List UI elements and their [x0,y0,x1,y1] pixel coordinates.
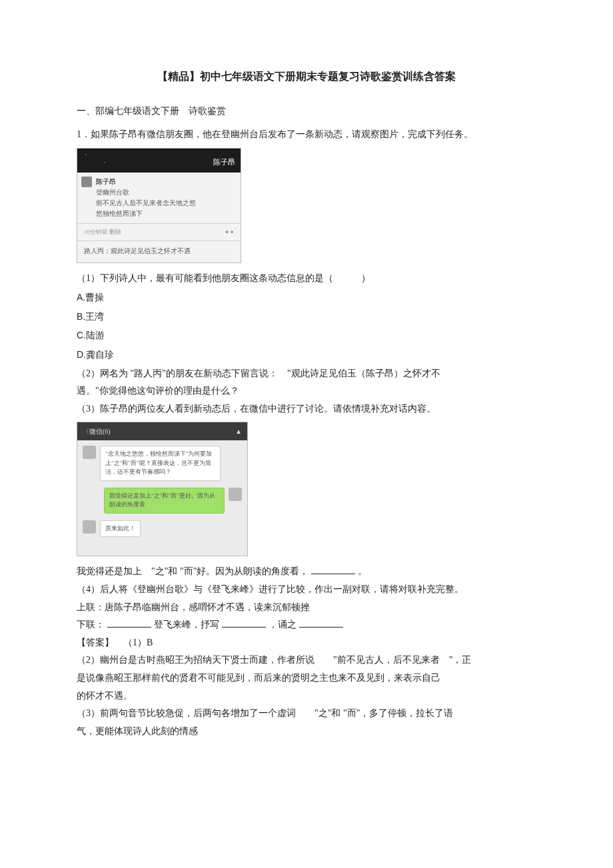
q1-4a: （4）后人将《登幽州台歌》与《登飞来峰》进行了比较，作出一副对联，请将对联补充完… [77,581,536,599]
post-line1: 登幽州台歌 [96,187,234,198]
answer-1: 【答案】 （1）B [77,634,536,652]
avatar [83,520,96,534]
answer-3b: 气，更能体现诗人此刻的情感 [77,723,536,741]
q1-4c: 下联：登飞来峰，抒写，诵之 [77,616,536,634]
q1-4b: 上联：唐陈子昂临幽州台，感喟怀才不遇，读来沉郁顿挫 [77,599,536,617]
option-b: B.王湾 [77,308,536,326]
post-line2: 前不见古人后不见来者念天地之悠 [96,198,234,209]
post-author: 陈子昂 [96,177,234,187]
moments-card: 陈子昂 陈子昂 登幽州台歌 前不见古人后不见来者念天地之悠 悠独怆然而涕下 10… [77,148,241,263]
answer-2a: （2）幽州台是古时燕昭王为招纳天下贤士而建，作者所说 "前不见古人，后不见来者 … [77,651,536,669]
wechat-card: 〈微信(6) ▲ "念天地之悠悠，独怆然而涕下"为何要加上"之"和"而"呢？直接… [77,422,248,556]
blank [299,618,343,628]
blank [107,618,151,628]
q1-2-line2: 遇。"你觉得他这句评价的理由是什么？ [77,382,536,400]
chat-bubble-1: "念天地之悠悠，独怆然而涕下"为何要加上"之"和"而"呢？直接表达，岂不更为简洁… [100,446,221,481]
page-title: 【精品】初中七年级语文下册期末专题复习诗歌鉴赏训练含答案 [77,67,536,87]
answer-3a: （3）前两句音节比较急促，后两句各增加了一个虚词 "之"和 "而"，多了停顿，拉… [77,705,536,723]
post-comment: 路人丙：观此诗足见伯玉之怀才不遇 [77,240,241,262]
moments-post: 陈子昂 登幽州台歌 前不见古人后不见来者念天地之悠 悠独怆然而涕下 [77,173,241,223]
post-meta: 10分钟前 删除 ● ● [77,223,241,240]
person-icon: ▲ [235,425,242,438]
section-header: 一、部编七年级语文下册 诗歌鉴赏 [77,103,536,121]
moments-handle: 陈子昂 [213,158,235,166]
q1-3: （3）陈子昂的两位友人看到新动态后，在微信中进行了讨论。请依情境补充对话内容。 [77,400,536,418]
option-d: D.龚自珍 [77,346,536,364]
blank [311,564,355,574]
q1-1: （1）下列诗人中，最有可能看到他朋友圈这条动态信息的是（ ） [77,270,536,288]
q1-intro: 1．如果陈子昂有微信朋友圈，他在登幽州台后发布了一条新动态，请观察图片，完成下列… [77,126,536,144]
option-c: C.陆游 [77,326,536,344]
wechat-header: 〈微信(6) ▲ [77,422,247,440]
option-a: A.曹操 [77,288,536,306]
avatar [81,177,92,187]
q1-2-line1: （2）网名为 "路人丙"的朋友在新动态下留言说： "观此诗足见伯玉（陈子昂）之怀… [77,365,536,383]
blank [222,618,266,628]
q1-3-tail: 我觉得还是加上 "之"和 "而"好。因为从朗读的角度看，。 [77,563,536,581]
chat-bubble-2: 我觉得还是加上"之"和"而"更好。因为从朗读的角度看 [104,488,225,514]
moments-header: 陈子昂 [77,149,241,173]
avatar [83,446,96,459]
post-line3: 悠独怆然而涕下 [96,209,234,219]
answer-2c: 的怀才不遇。 [77,687,536,705]
answer-2b: 是说像燕昭王那样前代的贤君不可能见到，而后来的贤明之主也来不及见到，来表示自己 [77,669,536,687]
options: A.曹操 B.王湾 C.陆游 D.龚自珍 [77,288,536,363]
chat-bubble-3: 原来如此！ [100,520,141,538]
avatar [229,488,242,501]
